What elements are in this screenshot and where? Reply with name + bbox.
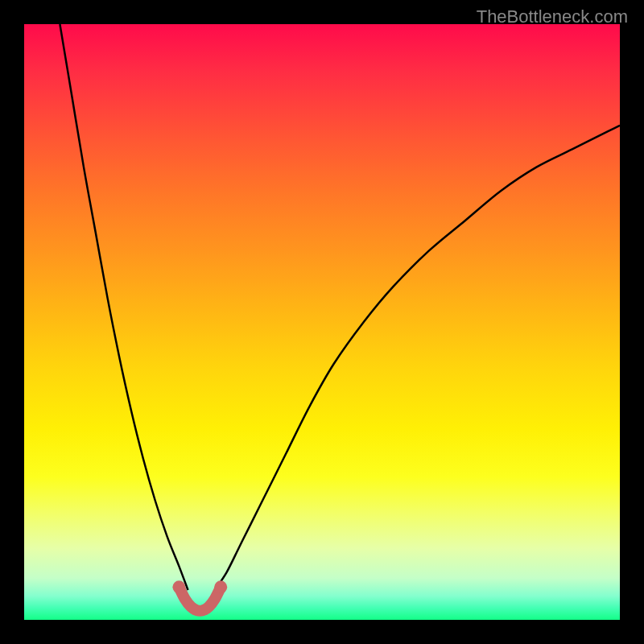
watermark-text: TheBottleneck.com	[477, 6, 628, 27]
plot-area	[24, 24, 620, 620]
marker-dot-left	[172, 580, 185, 593]
right-curve	[215, 126, 620, 590]
marker-dot-right	[214, 580, 227, 593]
bottleneck-marker	[179, 587, 221, 610]
chart-svg	[24, 24, 620, 620]
left-curve	[60, 24, 188, 590]
